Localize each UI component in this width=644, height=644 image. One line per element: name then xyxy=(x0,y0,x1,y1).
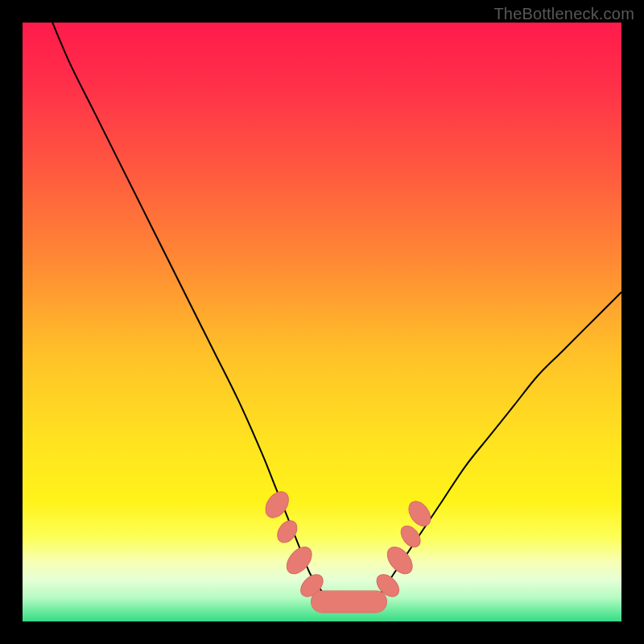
outer-frame: TheBottleneck.com xyxy=(0,0,644,644)
bottleneck-chart xyxy=(23,23,621,621)
watermark-label: TheBottleneck.com xyxy=(493,5,634,23)
plot-area xyxy=(23,23,621,621)
gradient-background xyxy=(23,23,621,621)
